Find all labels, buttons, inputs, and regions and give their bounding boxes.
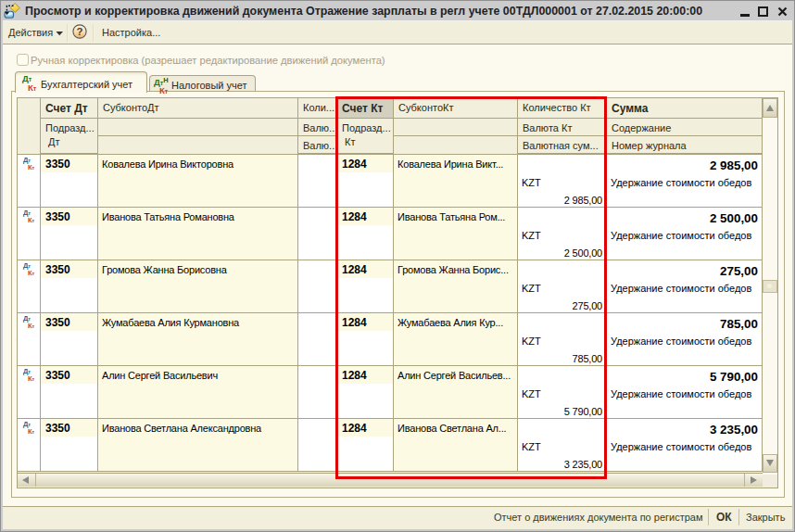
svg-text:?: ? bbox=[76, 26, 82, 37]
